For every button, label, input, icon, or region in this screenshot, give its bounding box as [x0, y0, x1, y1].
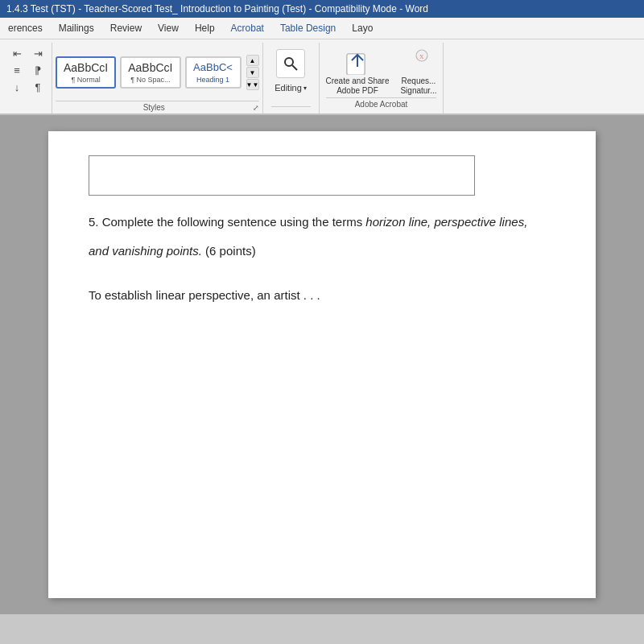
menu-mailings[interactable]: Mailings [51, 19, 102, 37]
create-share-label: Create and Share Adobe PDF [326, 76, 390, 96]
title-text: 1.4.3 Test (TST) - Teacher-Scored Test_ … [6, 3, 428, 14]
indent-row: ⇤ ⇥ [8, 46, 47, 60]
menu-bar: erences Mailings Review View Help Acroba… [0, 18, 644, 39]
menu-review[interactable]: Review [102, 19, 150, 37]
editing-label: Editing ▾ [275, 83, 307, 93]
create-share-icon [345, 49, 370, 75]
style-heading1-label: Heading 1 [196, 76, 229, 84]
title-bar: 1.4.3 Test (TST) - Teacher-Scored Test_ … [0, 0, 644, 18]
menu-table-design[interactable]: Table Design [272, 19, 344, 37]
gallery-expand[interactable]: ▼▼ [246, 79, 259, 90]
down-btn[interactable]: ↓ [8, 80, 26, 94]
styles-expand-icon[interactable]: ⤢ [253, 104, 259, 112]
signature-icon: x [407, 49, 430, 75]
text-input-box[interactable] [89, 155, 475, 196]
decrease-indent-btn[interactable]: ⇤ [8, 46, 26, 60]
pilcrow-btn[interactable]: ¶ [29, 80, 47, 94]
svg-point-0 [285, 58, 293, 66]
extra-row: ↓ ¶ [8, 80, 47, 94]
question-5-prefix: 5. Complete the following sentence using… [89, 215, 365, 229]
styles-label: Styles [56, 103, 253, 112]
menu-help[interactable]: Help [187, 19, 223, 37]
svg-text:x: x [419, 51, 424, 60]
adobe-tools-row: Create and Share Adobe PDF x Reques... S… [326, 46, 437, 97]
list-row: ≡ ⁋ [8, 63, 47, 77]
document-page: 5. Complete the following sentence using… [48, 131, 596, 598]
question-5-text: 5. Complete the following sentence using… [89, 212, 555, 233]
style-normal[interactable]: AaBbCcI ¶ Normal [56, 56, 116, 89]
question-5-continuation: and vanishing points. (6 points) [89, 241, 555, 262]
question-5-and: and vanishing points. [89, 244, 202, 258]
editing-chevron[interactable]: ▾ [303, 85, 307, 92]
menu-layout[interactable]: Layo [344, 19, 381, 37]
svg-line-1 [292, 65, 297, 70]
create-share-pdf-button[interactable]: Create and Share Adobe PDF [326, 49, 390, 96]
search-button[interactable] [276, 49, 305, 78]
style-normal-label: ¶ Normal [71, 76, 100, 84]
pdf-upload-icon [345, 49, 369, 75]
search-icon [283, 56, 299, 72]
answer-text: To establish linear perspective, an arti… [89, 285, 555, 306]
document-area: 5. Complete the following sentence using… [0, 115, 644, 614]
increase-indent-btn[interactable]: ⇥ [29, 46, 47, 60]
style-heading1-preview: AaBbC< [193, 61, 233, 74]
gallery-scroll-down[interactable]: ▼ [246, 67, 259, 78]
question-5-terms: horizon line, perspective lines, [365, 215, 527, 229]
style-no-spacing-preview: AaBbCcI [128, 61, 172, 75]
ribbon: ⇤ ⇥ ≡ ⁋ ↓ ¶ AaBbCcI ¶ Normal AaBbCcI [0, 39, 644, 115]
styles-section: AaBbCcI ¶ Normal AaBbCcI ¶ No Spac... Aa… [52, 43, 263, 114]
editing-section: Editing ▾ [263, 43, 320, 114]
paragraph-controls: ⇤ ⇥ ≡ ⁋ ↓ ¶ [3, 43, 52, 114]
adobe-section: Create and Share Adobe PDF x Reques... S… [320, 43, 444, 114]
menu-view[interactable]: View [150, 19, 187, 37]
request-signatures-button[interactable]: x Reques... Signatur... [400, 49, 436, 96]
gallery-scroll-up[interactable]: ▲ [246, 55, 259, 66]
list-indent-btn[interactable]: ≡ [8, 63, 26, 77]
menu-acrobat[interactable]: Acrobat [223, 19, 272, 37]
adobe-acrobat-label-row: Adobe Acrobat [326, 97, 437, 110]
styles-gallery: AaBbCcI ¶ Normal AaBbCcI ¶ No Spac... Aa… [56, 43, 259, 99]
gallery-scroll: ▲ ▼ ▼▼ [246, 55, 259, 90]
style-no-spacing-label: ¶ No Spac... [130, 76, 170, 84]
question-5-points: (6 points) [202, 244, 256, 258]
style-no-spacing[interactable]: AaBbCcI ¶ No Spac... [120, 56, 180, 89]
request-sig-label: Reques... Signatur... [400, 76, 436, 96]
spacing-btn[interactable]: ⁋ [29, 63, 47, 77]
menu-references[interactable]: erences [0, 19, 51, 37]
style-heading1[interactable]: AaBbC< Heading 1 [185, 56, 242, 89]
style-normal-preview: AaBbCcI [64, 61, 108, 75]
styles-label-row: Styles ⤢ [56, 101, 259, 114]
editing-section-label-row [271, 106, 311, 110]
request-sig-icon: x [406, 49, 431, 75]
